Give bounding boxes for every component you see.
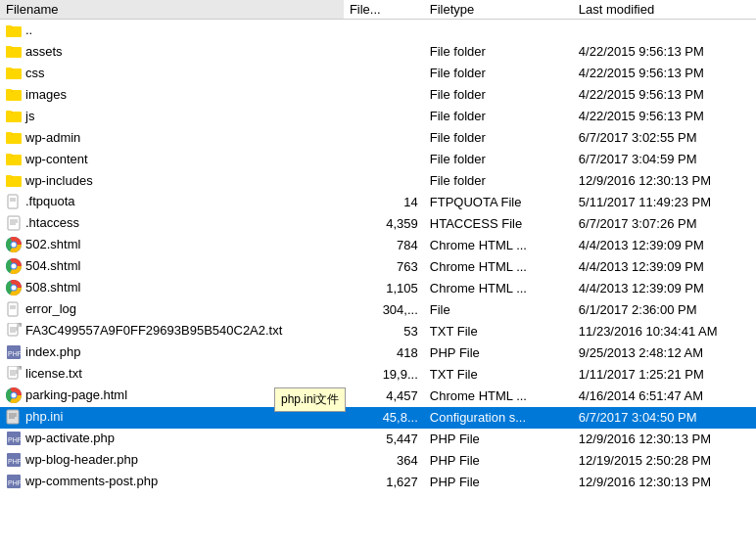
file-name-cell: parking-page.html [0,386,344,407]
file-name-label: wp-admin [25,130,80,145]
file-name-cell: .htaccess [0,213,344,235]
file-name-label: wp-content [25,152,88,166]
chrome-icon [6,280,22,296]
file-type-cell: Chrome HTML ... [424,235,573,256]
file-name-label: css [25,66,45,80]
file-name-cell: PHP wp-activate.php [0,429,344,450]
table-row[interactable]: 502.shtml784Chrome HTML ...4/4/2013 12:3… [0,235,756,256]
file-icon [6,194,22,209]
file-name-label: images [25,87,67,102]
file-size-cell: 5,447 [344,429,424,450]
file-name-cell: PHP wp-blog-header.php [0,450,344,472]
file-type-cell: Chrome HTML ... [424,278,573,299]
file-name-label: 502.shtml [25,237,80,251]
file-modified-cell: 4/4/2013 12:39:09 PM [573,256,756,278]
file-modified-cell: 6/7/2017 3:02:55 PM [573,127,756,149]
file-size-cell [344,63,424,84]
file-modified-cell: 5/11/2017 11:49:23 PM [573,192,756,213]
table-row[interactable]: PHP wp-comments-post.php1,627PHP File12/… [0,472,756,493]
file-size-cell [344,127,424,149]
table-row[interactable]: imagesFile folder4/22/2015 9:56:13 PM [0,84,756,106]
file-modified-cell: 1/11/2017 1:25:21 PM [573,364,756,386]
file-name-label: wp-activate.php [25,431,115,445]
file-modified-cell: 4/22/2015 9:56:13 PM [573,106,756,127]
folder-icon [6,173,22,187]
table-row[interactable]: error_log304,...File6/1/2017 2:36:00 PM [0,299,756,321]
table-row[interactable]: wp-includesFile folder12/9/2016 12:30:13… [0,170,756,192]
php-icon: PHP [6,431,22,446]
file-name-cell: 502.shtml [0,235,344,256]
file-type-cell: File folder [424,63,573,84]
file-size-cell [344,84,424,106]
file-size-cell [344,41,424,63]
file-name-label: js [25,109,34,123]
file-name-cell: PHP wp-comments-post.php [0,472,344,493]
table-row[interactable]: PHP index.php418PHP File9/25/2013 2:48:1… [0,342,756,364]
file-modified-cell: 9/25/2013 2:48:12 AM [573,342,756,364]
table-row[interactable]: jsFile folder4/22/2015 9:56:13 PM [0,106,756,127]
file-size-cell: 304,... [344,299,424,321]
file-type-cell: TXT File [424,364,573,386]
file-size-cell: 784 [344,235,424,256]
file-name-label: 504.shtml [25,258,80,273]
file-type-cell: Chrome HTML ... [424,386,573,407]
file-name-label: wp-includes [25,173,93,188]
file-type-cell: File folder [424,127,573,149]
table-row[interactable]: license.txt19,9...TXT File1/11/2017 1:25… [0,364,756,386]
chrome-icon [6,237,22,252]
file-name-label: assets [25,44,63,59]
file-modified-cell: 4/16/2014 6:51:47 AM [573,386,756,407]
file-name-label: wp-comments-post.php [25,474,158,488]
file-name-cell: license.txt [0,364,344,386]
table-row[interactable]: cssFile folder4/22/2015 9:56:13 PM [0,63,756,84]
file-name-cell: 508.shtml [0,278,344,299]
file-type-cell: FTPQUOTA File [424,192,573,213]
table-row[interactable]: PHP wp-activate.php5,447PHP File12/9/201… [0,429,756,450]
file-name-label: php.ini [25,409,63,424]
table-row[interactable]: wp-contentFile folder6/7/2017 3:04:59 PM [0,149,756,170]
file-modified-cell: 4/4/2013 12:39:09 PM [573,235,756,256]
table-row[interactable]: wp-adminFile folder6/7/2017 3:02:55 PM [0,127,756,149]
file-type-cell [424,20,573,41]
file-name-cell: .. [0,20,344,41]
table-row[interactable]: 508.shtml1,105Chrome HTML ...4/4/2013 12… [0,278,756,299]
file-modified-cell: 4/22/2015 9:56:13 PM [573,84,756,106]
table-row[interactable]: assetsFile folder4/22/2015 9:56:13 PM [0,41,756,63]
col-header-type[interactable]: Filetype [424,0,573,20]
svg-text:PHP: PHP [8,436,22,443]
table-row[interactable]: .ftpquota14FTPQUOTA File5/11/2017 11:49:… [0,192,756,213]
table-row[interactable]: parking-page.html4,457Chrome HTML ...4/1… [0,386,756,407]
table-row[interactable]: .. [0,20,756,41]
file-name-cell: php.ini [0,407,344,429]
col-header-name[interactable]: Filename [0,0,344,20]
file-size-cell: 19,9... [344,364,424,386]
svg-rect-17 [6,132,12,135]
col-header-modified[interactable]: Last modified [573,0,756,20]
col-header-size[interactable]: File... [344,0,424,20]
php-icon: PHP [6,452,22,468]
folder-icon [6,87,22,101]
svg-rect-14 [6,111,12,114]
file-type-cell: File folder [424,41,573,63]
file-size-cell: 1,627 [344,472,424,493]
file-name-label: .. [25,23,32,37]
file-name-cell: error_log [0,299,344,321]
file-modified-cell: 11/23/2016 10:34:41 AM [573,321,756,342]
table-row[interactable]: .htaccess4,359HTACCESS File6/7/2017 3:07… [0,213,756,235]
file-type-cell: Chrome HTML ... [424,256,573,278]
file-size-cell: 364 [344,450,424,472]
svg-rect-23 [6,175,12,178]
table-row[interactable]: PHP wp-blog-header.php364PHP File12/19/2… [0,450,756,472]
file-size-cell: 763 [344,256,424,278]
svg-rect-11 [6,89,12,92]
file-name-cell: wp-includes [0,170,344,192]
file-size-cell: 14 [344,192,424,213]
file-name-label: error_log [25,301,76,316]
file-modified-cell: 12/9/2016 12:30:13 PM [573,429,756,450]
table-row[interactable]: FA3C499557A9F0FF29693B95B540C2A2.txt53TX… [0,321,756,342]
file-name-label: .ftpquota [25,194,75,208]
table-row[interactable]: 504.shtml763Chrome HTML ...4/4/2013 12:3… [0,256,756,278]
file-name-cell: wp-content [0,149,344,170]
folder-icon [6,130,22,144]
table-row[interactable]: php.ini45,8...Configuration s...6/7/2017… [0,407,756,429]
